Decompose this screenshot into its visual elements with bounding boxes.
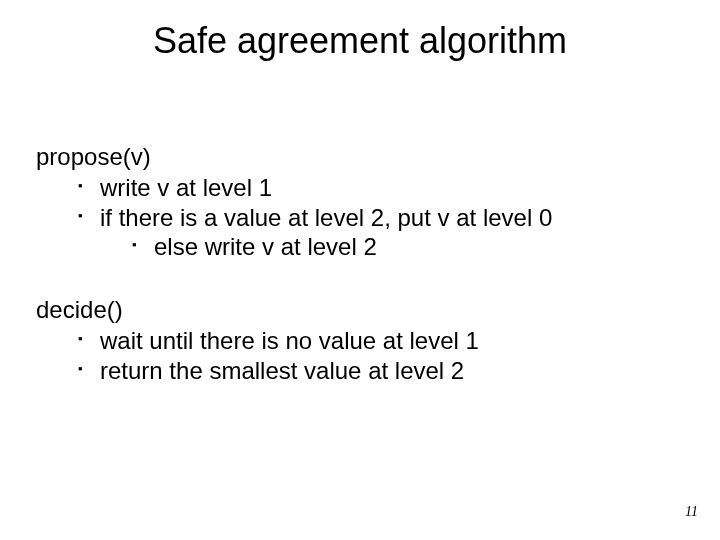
page-number: 11 xyxy=(685,504,698,520)
propose-block: propose(v) write v at level 1 if there i… xyxy=(36,142,686,261)
propose-bullet-1: write v at level 1 xyxy=(36,173,686,202)
propose-header: propose(v) xyxy=(36,142,686,171)
slide: Safe agreement algorithm propose(v) writ… xyxy=(0,0,720,540)
decide-header: decide() xyxy=(36,295,686,324)
propose-bullet-2: if there is a value at level 2, put v at… xyxy=(36,203,686,232)
decide-bullet-2: return the smallest value at level 2 xyxy=(36,356,686,385)
decide-block: decide() wait until there is no value at… xyxy=(36,295,686,385)
propose-subbullet-1: else write v at level 2 xyxy=(36,232,686,261)
decide-bullet-1: wait until there is no value at level 1 xyxy=(36,326,686,355)
slide-body: propose(v) write v at level 1 if there i… xyxy=(36,142,686,419)
slide-title: Safe agreement algorithm xyxy=(0,20,720,62)
